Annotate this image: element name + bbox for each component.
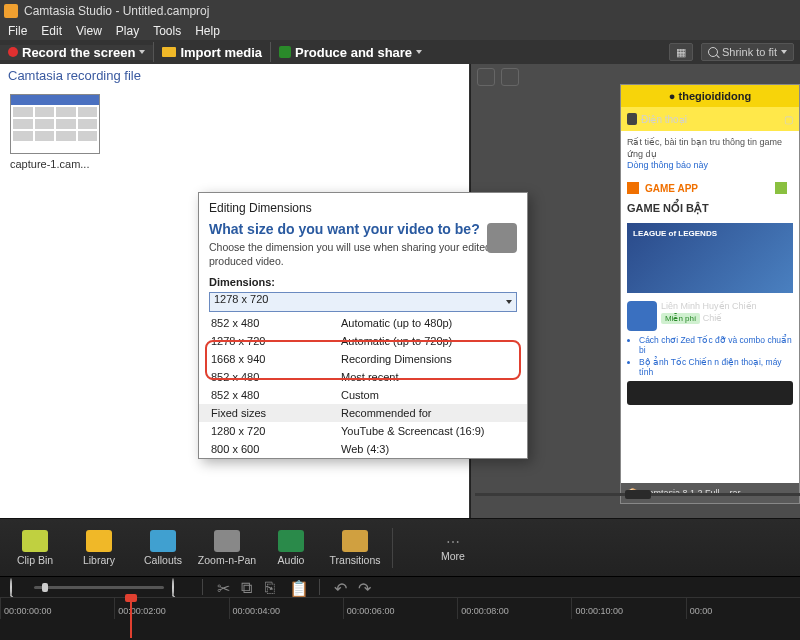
preview-mode-button[interactable]: ▦ [669, 43, 693, 61]
folder-icon [162, 47, 176, 57]
zoom-out-button[interactable] [10, 579, 26, 595]
game-card: LEAGUE of LEGENDS [627, 223, 793, 293]
preview-canvas[interactable]: ● thegioididong Điện thoại▢ Rất tiếc, bà… [620, 84, 800, 504]
menu-play[interactable]: Play [116, 24, 139, 38]
laptop-icon: ▢ [784, 114, 793, 125]
copy-button[interactable]: ⎘ [265, 579, 281, 595]
zoom-in-button[interactable] [172, 579, 188, 595]
zoom-slider[interactable] [34, 586, 164, 589]
import-media-button[interactable]: Import media [154, 45, 270, 60]
tab-zoom-pan[interactable]: Zoom-n-Pan [196, 530, 258, 566]
clip-bin-header: Camtasia recording file [0, 64, 469, 86]
timeline: ✂ ⧉ ⎘ 📋 ↶ ↷ 00:00:00:00 00:00:02:00 00:0… [0, 576, 800, 640]
app-icon [627, 301, 657, 331]
title-bar: Camtasia Studio - Untitled.camproj [0, 0, 800, 22]
produce-icon [279, 46, 291, 58]
dimension-option[interactable]: 852 x 480Automatic (up to 480p) [199, 314, 527, 332]
redo-button[interactable]: ↷ [358, 579, 374, 595]
app-tile [627, 381, 793, 405]
split-button[interactable]: ⧉ [241, 579, 257, 595]
dialog-question: What size do you want your video to be? [199, 219, 527, 239]
menu-tools[interactable]: Tools [153, 24, 181, 38]
dimensions-select[interactable]: 1278 x 720 [209, 292, 517, 312]
home-icon [627, 182, 639, 194]
tab-clip-bin[interactable]: Clip Bin [4, 530, 66, 566]
preview-text: Rất tiếc, bài tin bạn tru thông tin game… [621, 131, 799, 178]
chevron-down-icon [506, 300, 512, 304]
preview-tool-2[interactable] [501, 68, 519, 86]
clip-filename: capture-1.cam... [10, 158, 100, 170]
chevron-down-icon [139, 50, 145, 54]
menu-view[interactable]: View [76, 24, 102, 38]
dialog-title: Editing Dimensions [199, 193, 527, 219]
window-title: Camtasia Studio - Untitled.camproj [24, 4, 209, 18]
main-toolbar: Record the screen Import media Produce a… [0, 40, 800, 64]
editor-tabs: Clip Bin Library Callouts Zoom-n-Pan Aud… [0, 518, 800, 576]
site-brand: ● thegioididong [621, 85, 799, 107]
menu-help[interactable]: Help [195, 24, 220, 38]
dimension-option[interactable]: 852 x 480Most recent [199, 368, 527, 386]
menu-bar: File Edit View Play Tools Help [0, 22, 800, 40]
dimensions-label: Dimensions: [199, 274, 527, 290]
android-icon [775, 182, 787, 194]
dialog-subtitle: Choose the dimension you will use when s… [199, 239, 527, 274]
tab-audio[interactable]: Audio [260, 530, 322, 566]
editing-dimensions-dialog: Editing Dimensions What size do you want… [198, 192, 528, 459]
tab-more[interactable]: ⋯More [422, 534, 484, 562]
paste-button[interactable]: 📋 [289, 579, 305, 595]
undo-button[interactable]: ↶ [334, 579, 350, 595]
preview-bullets: Cách chơi Zed Tốc đỡ và combo chuẩn bi B… [621, 335, 799, 377]
preview-link: Dòng thông báo này [627, 160, 708, 170]
list-item: Liên Minh Huyền Chiến Miễn phí Chiế [621, 297, 799, 335]
dimension-option[interactable]: 852 x 480Custom [199, 386, 527, 404]
dimension-option[interactable]: 1278 x 720Automatic (up to 720p) [199, 332, 527, 350]
dimensions-icon [487, 223, 517, 253]
section-title: GAME NỔI BẬT [621, 198, 799, 219]
clip-thumbnail [10, 94, 100, 154]
dimension-option[interactable]: 1668 x 940Recording Dimensions [199, 350, 527, 368]
dimensions-dropdown-list: 852 x 480Automatic (up to 480p) 1278 x 7… [199, 314, 527, 458]
clip-item[interactable]: capture-1.cam... [10, 94, 100, 170]
chevron-down-icon [781, 50, 787, 54]
preview-tool-1[interactable] [477, 68, 495, 86]
tab-library[interactable]: Library [68, 530, 130, 566]
timeline-ruler[interactable]: 00:00:00:00 00:00:02:00 00:00:04:00 00:0… [0, 597, 800, 619]
playhead[interactable] [130, 598, 132, 638]
dimension-option[interactable]: 1280 x 720YouTube & Screencast (16:9) [199, 422, 527, 440]
menu-edit[interactable]: Edit [41, 24, 62, 38]
tab-callouts[interactable]: Callouts [132, 530, 194, 566]
app-icon [4, 4, 18, 18]
chevron-down-icon [416, 50, 422, 54]
shrink-to-fit-button[interactable]: Shrink to fit [701, 43, 794, 61]
record-screen-button[interactable]: Record the screen [0, 45, 153, 60]
panel-resize-handle[interactable] [475, 493, 800, 496]
cut-button[interactable]: ✂ [217, 579, 233, 595]
produce-share-button[interactable]: Produce and share [271, 45, 430, 60]
tab-transitions[interactable]: Transitions [324, 530, 386, 566]
menu-file[interactable]: File [8, 24, 27, 38]
search-icon [708, 47, 718, 57]
dimension-group-header: Fixed sizesRecommended for [199, 404, 527, 422]
record-icon [8, 47, 18, 57]
dimension-option[interactable]: 800 x 600Web (4:3) [199, 440, 527, 458]
phone-icon [627, 113, 637, 125]
